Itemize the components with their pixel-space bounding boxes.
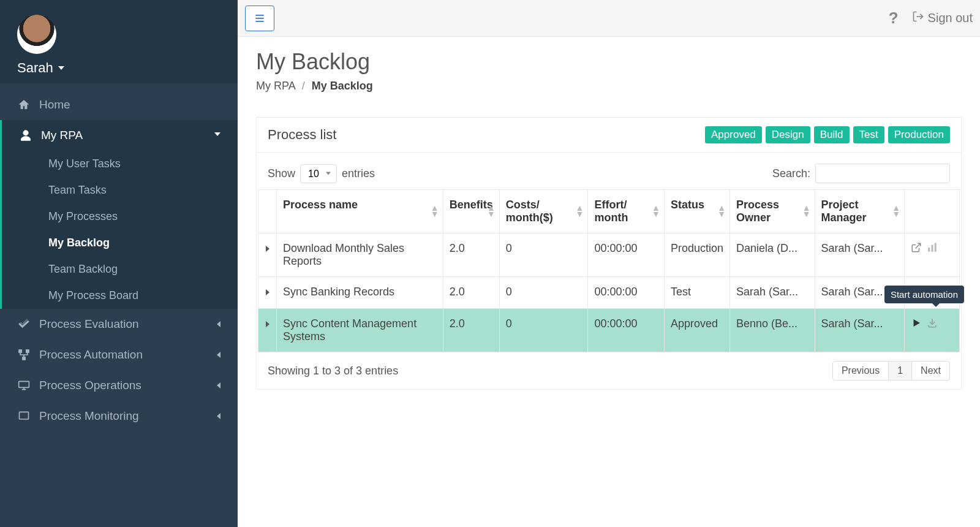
flow-icon (17, 348, 31, 362)
cell-status: Approved (664, 309, 729, 352)
cell-actions (905, 233, 960, 277)
column-label: Effort/ month (594, 199, 628, 224)
sort-icon: ▲▼ (576, 205, 584, 218)
expand-icon[interactable] (266, 289, 270, 295)
column-header[interactable]: Effort/ month▲▼ (588, 190, 664, 233)
svg-rect-1 (26, 350, 29, 353)
sidebar-item-team-backlog[interactable]: Team Backlog (2, 256, 238, 282)
home-icon (17, 98, 31, 112)
cell-owner: Sarah (Sar... (729, 277, 815, 309)
search-input[interactable] (815, 164, 950, 183)
search-control: Search: (772, 164, 950, 183)
svg-rect-2 (23, 357, 26, 360)
column-header[interactable]: Status▲▼ (664, 190, 729, 233)
process-table: Process name▲▼Benefits▲▼Costs/ month($)▲… (258, 189, 960, 352)
signout-label: Sign out (928, 11, 973, 25)
sidebar-header: Sarah (0, 0, 238, 83)
show-label: Show (268, 167, 295, 180)
column-label: Process name (283, 199, 358, 211)
avatar[interactable] (17, 15, 56, 54)
breadcrumb-separator: / (302, 80, 305, 92)
length-control: Show 10 entries (268, 164, 375, 183)
cell-effort: 00:00:00 (588, 233, 664, 277)
main: ? Sign out My Backlog My RPA / My Backlo… (238, 0, 980, 527)
cell-benefits: 2.0 (443, 309, 499, 352)
column-header[interactable]: Process name▲▼ (277, 190, 443, 233)
length-select[interactable]: 10 (300, 164, 337, 183)
pager-prev-button[interactable]: Previous (832, 361, 889, 381)
page-title: My Backlog (256, 49, 962, 75)
svg-rect-4 (20, 412, 29, 419)
sidebar-item-my-backlog[interactable]: My Backlog (2, 230, 238, 256)
expand-icon[interactable] (266, 321, 270, 327)
table-row[interactable]: Sync Content Management Systems2.0000:00… (258, 309, 960, 352)
svg-rect-5 (928, 248, 930, 252)
cell-name: Sync Banking Records (277, 277, 443, 309)
nav-section-label: Process Evaluation (39, 317, 139, 331)
play-icon[interactable] (911, 317, 922, 332)
column-label: Process Owner (736, 199, 779, 224)
help-button[interactable]: ? (889, 9, 899, 28)
user-menu[interactable]: Sarah (17, 60, 221, 76)
nav-section-label: Process Operations (39, 379, 141, 392)
cell-benefits: 2.0 (443, 277, 499, 309)
chevron-left-icon (217, 321, 221, 327)
filter-badge-approved[interactable]: Approved (705, 126, 762, 143)
table-row[interactable]: Download Monthly Sales Reports2.0000:00:… (258, 233, 960, 277)
signout-button[interactable]: Sign out (912, 10, 973, 26)
topbar: ? Sign out (238, 0, 980, 37)
search-label: Search: (772, 167, 810, 180)
sidebar-item-my-user-tasks[interactable]: My User Tasks (2, 151, 238, 177)
breadcrumb: My RPA / My Backlog (256, 80, 962, 93)
nav-section-my-rpa[interactable]: My RPA (2, 120, 238, 151)
chevron-left-icon (217, 352, 221, 358)
chevron-down-icon (214, 132, 221, 139)
nav-section-process-monitoring[interactable]: Process Monitoring (0, 401, 238, 431)
check-icon (17, 317, 31, 331)
cell-costs: 0 (499, 277, 588, 309)
nav-section-process-operations[interactable]: Process Operations (0, 370, 238, 401)
filter-badge-test[interactable]: Test (853, 126, 884, 143)
table-row[interactable]: Sync Banking Records2.0000:00:00TestSara… (258, 277, 960, 309)
nav-section-label: Process Monitoring (39, 409, 139, 423)
column-header[interactable]: Benefits▲▼ (443, 190, 499, 233)
caret-down-icon (58, 66, 64, 70)
expand-icon[interactable] (266, 246, 270, 252)
panel-title: Process list (268, 127, 336, 143)
nav: Home My RPAMy User TasksTeam TasksMy Pro… (0, 83, 238, 527)
nav-home[interactable]: Home (0, 89, 238, 120)
filter-badge-design[interactable]: Design (766, 126, 810, 143)
nav-section-process-evaluation[interactable]: Process Evaluation (0, 309, 238, 339)
breadcrumb-root[interactable]: My RPA (256, 80, 295, 92)
process-list-panel: Process list ApprovedDesignBuildTestProd… (256, 117, 962, 390)
cell-owner: Daniela (D... (729, 233, 815, 277)
cell-manager: Sarah (Sar... (815, 309, 904, 352)
pager-next-button[interactable]: Next (911, 361, 950, 381)
column-label: Costs/ month($) (506, 199, 553, 224)
svg-rect-7 (935, 243, 937, 252)
chart-icon[interactable] (927, 242, 938, 256)
menu-toggle-button[interactable] (245, 6, 274, 31)
pager-page-button[interactable]: 1 (889, 361, 911, 381)
filter-badge-production[interactable]: Production (888, 126, 950, 143)
svg-rect-3 (19, 381, 29, 387)
filter-badge-build[interactable]: Build (814, 126, 850, 143)
cell-effort: 00:00:00 (588, 309, 664, 352)
column-header[interactable]: Process Owner▲▼ (729, 190, 815, 233)
download-icon[interactable] (927, 317, 938, 332)
sidebar: Sarah Home My RPAMy User TasksTeam Tasks… (0, 0, 238, 527)
sidebar-item-my-process-board[interactable]: My Process Board (2, 282, 238, 309)
pager: Previous 1 Next (832, 361, 950, 381)
sort-icon: ▲▼ (487, 205, 496, 218)
user-name: Sarah (17, 60, 53, 76)
sidebar-item-my-processes[interactable]: My Processes (2, 203, 238, 230)
sort-icon: ▲▼ (431, 205, 439, 218)
column-header[interactable]: Costs/ month($)▲▼ (499, 190, 588, 233)
cell-owner: Benno (Be... (729, 309, 815, 352)
monitor-icon (17, 409, 31, 423)
column-header[interactable]: Project Manager▲▼ (815, 190, 904, 233)
nav-section-process-automation[interactable]: Process Automation (0, 339, 238, 370)
open-icon[interactable] (911, 242, 922, 256)
sidebar-item-team-tasks[interactable]: Team Tasks (2, 177, 238, 203)
table-info: Showing 1 to 3 of 3 entries (268, 365, 398, 377)
